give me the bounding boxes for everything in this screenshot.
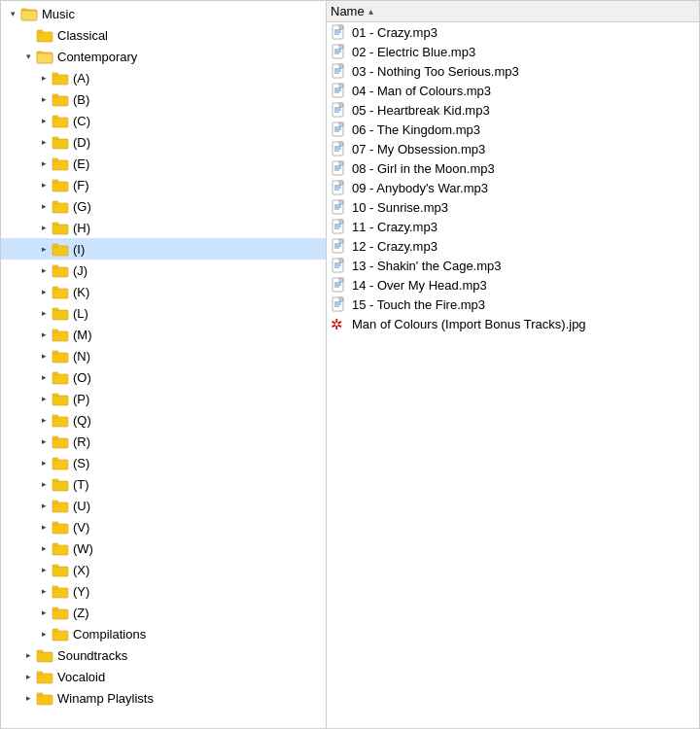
tree-item-B[interactable]: (B) (1, 88, 326, 110)
expander-icon[interactable] (36, 198, 52, 214)
tree-item-N[interactable]: (N) (1, 345, 326, 366)
file-name: 13 - Shakin' the Cage.mp3 (352, 259, 502, 273)
expander-icon[interactable] (36, 134, 52, 150)
tree-item-G[interactable]: (G) (1, 195, 326, 217)
file-item[interactable]: 04 - Man of Colours.mp3 (327, 81, 699, 100)
tree-item-vocaloid[interactable]: Vocaloid (1, 666, 326, 687)
folder-icon (52, 156, 69, 171)
file-name: 07 - My Obsession.mp3 (352, 142, 485, 156)
expander-icon[interactable] (36, 412, 52, 428)
expander-icon[interactable] (36, 348, 52, 364)
tree-item-compilations[interactable]: Compilations (1, 623, 326, 644)
file-name: 14 - Over My Head.mp3 (352, 278, 487, 293)
expander-icon[interactable] (20, 49, 36, 64)
tree-item-M[interactable]: (M) (1, 324, 326, 345)
tree-item-winamp[interactable]: Winamp Playlists (1, 687, 326, 709)
expander-icon[interactable] (36, 91, 52, 107)
expander-icon[interactable] (36, 605, 52, 620)
file-item[interactable]: 15 - Touch the Fire.mp3 (327, 295, 699, 314)
expander-icon[interactable] (36, 305, 52, 321)
tree-item-K[interactable]: (K) (1, 281, 326, 302)
file-item[interactable]: 06 - The Kingdom.mp3 (327, 120, 699, 139)
file-item[interactable]: 12 - Crazy.mp3 (327, 236, 699, 256)
expander-icon[interactable] (20, 647, 36, 663)
tree-item-F[interactable]: (F) (1, 174, 326, 195)
file-item[interactable]: 13 - Shakin' the Cage.mp3 (327, 256, 699, 275)
file-item[interactable]: 10 - Sunrise.mp3 (327, 197, 699, 217)
file-item[interactable]: 03 - Nothing Too Serious.mp3 (327, 61, 699, 81)
expander-icon[interactable] (36, 156, 52, 171)
svg-rect-34 (52, 353, 68, 363)
svg-rect-55 (52, 565, 58, 568)
expander-icon[interactable] (36, 241, 52, 257)
tree-item-E[interactable]: (E) (1, 153, 326, 174)
expander-icon[interactable] (36, 519, 52, 535)
tree-item-Q[interactable]: (Q) (1, 409, 326, 431)
expander-icon[interactable] (36, 540, 52, 556)
tree-item-R[interactable]: (R) (1, 431, 326, 452)
tree-item-U[interactable]: (U) (1, 495, 326, 516)
tree-item-classical[interactable]: Classical (1, 24, 326, 46)
expander-icon[interactable] (36, 220, 52, 235)
expander-icon[interactable] (36, 369, 52, 385)
tree-item-D[interactable]: (D) (1, 131, 326, 153)
tree-item-Y[interactable]: (Y) (1, 580, 326, 602)
svg-rect-94 (339, 122, 343, 126)
file-item[interactable]: 07 - My Obsession.mp3 (327, 139, 699, 158)
tree-item-L[interactable]: (L) (1, 302, 326, 324)
expander-icon[interactable] (36, 562, 52, 577)
tree-item-O[interactable]: (O) (1, 366, 326, 388)
expander-icon[interactable] (36, 284, 52, 299)
tree-item-H[interactable]: (H) (1, 217, 326, 238)
expander-icon[interactable] (20, 27, 36, 43)
svg-rect-61 (52, 629, 58, 632)
tree-item-soundtracks[interactable]: Soundtracks (1, 644, 326, 666)
tree-item-S[interactable]: (S) (1, 452, 326, 473)
expander-icon[interactable] (36, 434, 52, 449)
tree-item-I[interactable]: (I) (1, 238, 326, 260)
folder-icon (52, 305, 69, 321)
folder-icon (52, 583, 69, 599)
expander-icon[interactable] (36, 455, 52, 470)
tree-item-T[interactable]: (T) (1, 473, 326, 495)
tree-item-Z[interactable]: (Z) (1, 602, 326, 623)
expander-icon[interactable] (36, 113, 52, 128)
file-item[interactable]: 09 - Anybody's War.mp3 (327, 178, 699, 197)
tree-item-label: (P) (73, 392, 89, 406)
expander-icon[interactable] (36, 262, 52, 278)
file-item[interactable]: 08 - Girl in the Moon.mp3 (327, 158, 699, 178)
expander-icon[interactable] (20, 690, 36, 706)
tree-item-contemporary[interactable]: Contemporary (1, 46, 326, 67)
file-item[interactable]: ✲ Man of Colours (Import Bonus Tracks).j… (327, 314, 699, 333)
expander-icon[interactable] (36, 626, 52, 642)
mp3-file-icon (331, 199, 348, 215)
tree-item-V[interactable]: (V) (1, 516, 326, 538)
tree-panel[interactable]: Music Classical Contemporary (A) (B) (C)… (1, 1, 327, 728)
expander-icon[interactable] (36, 70, 52, 86)
expander-icon[interactable] (36, 391, 52, 406)
svg-rect-26 (52, 267, 68, 277)
expander-icon[interactable] (36, 177, 52, 192)
tree-item-W[interactable]: (W) (1, 538, 326, 559)
file-item[interactable]: 01 - Crazy.mp3 (327, 22, 699, 42)
expander-icon[interactable] (36, 327, 52, 342)
tree-item-label: (X) (73, 563, 89, 577)
file-item[interactable]: 11 - Crazy.mp3 (327, 217, 699, 236)
tree-item-C[interactable]: (C) (1, 110, 326, 131)
svg-rect-13 (52, 116, 58, 119)
tree-item-X[interactable]: (X) (1, 559, 326, 580)
tree-item-A[interactable]: (A) (1, 67, 326, 88)
file-item[interactable]: 02 - Electric Blue.mp3 (327, 42, 699, 61)
tree-item-P[interactable]: (P) (1, 388, 326, 409)
tree-item-music[interactable]: Music (1, 3, 326, 24)
expander-icon[interactable] (36, 476, 52, 492)
column-header-name: Name ▴ (327, 1, 699, 22)
file-name: Man of Colours (Import Bonus Tracks).jpg (352, 317, 586, 331)
file-item[interactable]: 05 - Heartbreak Kid.mp3 (327, 100, 699, 120)
expander-icon[interactable] (20, 669, 36, 684)
expander-icon[interactable] (36, 583, 52, 599)
tree-item-J[interactable]: (J) (1, 260, 326, 281)
expander-icon[interactable] (5, 6, 20, 21)
file-item[interactable]: 14 - Over My Head.mp3 (327, 275, 699, 295)
expander-icon[interactable] (36, 498, 52, 513)
